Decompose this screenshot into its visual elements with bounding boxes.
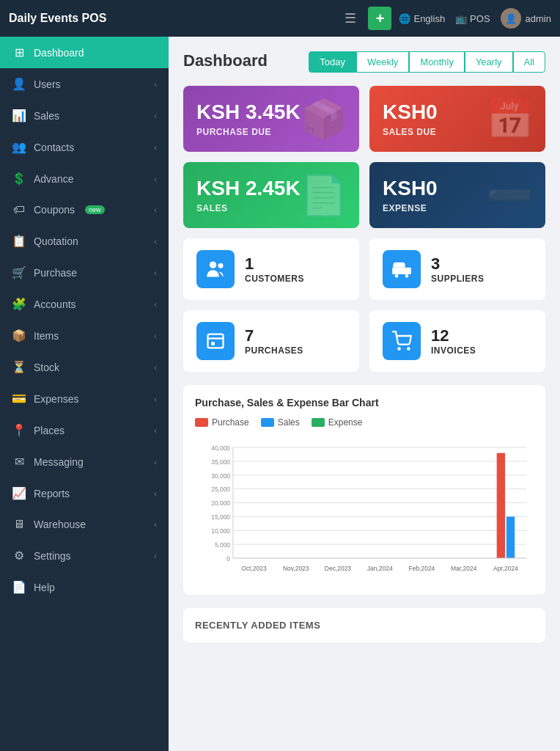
sidebar-label-purchase: Purchase: [34, 267, 77, 279]
count-card-purchases[interactable]: 7 PURCHASES: [183, 310, 359, 372]
svg-text:5,000: 5,000: [215, 541, 230, 549]
svg-point-8: [408, 348, 409, 349]
svg-text:20,000: 20,000: [211, 499, 230, 507]
chart-svg: 05,00010,00015,00020,00025,00030,00035,0…: [195, 436, 534, 583]
sidebar-label-places: Places: [34, 425, 65, 436]
stat-card-sales-due[interactable]: KSH0 SALES DUE 📅: [369, 86, 545, 152]
filter-tab-monthly[interactable]: Monthly: [409, 51, 465, 73]
chevron-icon: ‹: [154, 300, 157, 309]
topnav: Daily Events POS ☰ + 🌐 English 📺 POS 👤 a…: [0, 0, 560, 37]
svg-text:Apr,2024: Apr,2024: [493, 565, 518, 572]
chevron-icon: ‹: [154, 175, 157, 183]
sidebar-label-users: Users: [34, 78, 61, 90]
sidebar-item-accounts[interactable]: 🧩 Accounts ‹: [0, 288, 169, 320]
sidebar-item-users[interactable]: 👤 Users ‹: [0, 68, 169, 100]
chevron-icon: ‹: [154, 331, 157, 340]
svg-text:Oct,2023: Oct,2023: [241, 565, 267, 572]
svg-text:35,000: 35,000: [211, 458, 230, 466]
stat-cards: KSH 3.45K PURCHASE DUE 📦 KSH0 SALES DUE …: [183, 86, 545, 228]
count-info-purchases: 7 PURCHASES: [245, 326, 303, 356]
main-content: Dashboard TodayWeeklyMonthlyYearlyAll KS…: [169, 37, 560, 751]
purchase-icon: 🛒: [12, 265, 26, 279]
svg-rect-5: [208, 334, 224, 348]
sidebar-label-warehouse: Warehouse: [34, 519, 86, 530]
svg-text:30,000: 30,000: [211, 472, 230, 480]
sidebar-item-settings[interactable]: ⚙ Settings ‹: [0, 540, 169, 571]
chart-title: Purchase, Sales & Expense Bar Chart: [195, 397, 534, 409]
badge-new: new: [85, 205, 105, 214]
count-cards: 1 CUSTOMERS 3 SUPPLIERS 7 PURCHASES 12 I…: [183, 238, 545, 372]
sidebar-item-expenses[interactable]: 💳 Expenses ‹: [0, 383, 169, 414]
sidebar-item-purchase[interactable]: 🛒 Purchase ‹: [0, 257, 169, 288]
legend-dot-purchase: [195, 418, 208, 427]
svg-point-1: [218, 263, 224, 268]
count-card-suppliers[interactable]: 3 SUPPLIERS: [369, 238, 545, 300]
globe-icon: 🌐: [399, 13, 410, 24]
sales-icon: 📊: [12, 109, 26, 122]
count-info-customers: 1 CUSTOMERS: [245, 254, 304, 284]
avatar: 👤: [501, 8, 521, 29]
chart-area: 05,00010,00015,00020,00025,00030,00035,0…: [195, 436, 534, 583]
sidebar-item-messaging[interactable]: ✉ Messaging ‹: [0, 446, 169, 477]
filter-tabs: TodayWeeklyMonthlyYearlyAll: [309, 51, 545, 73]
sidebar-item-advance[interactable]: 💲 Advance ‹: [0, 163, 169, 194]
legend-purchase: Purchase: [195, 417, 249, 428]
recently-section: RECENTLY ADDED ITEMS: [183, 608, 545, 642]
language-selector[interactable]: 🌐 English: [399, 13, 445, 24]
sidebar-item-reports[interactable]: 📈 Reports ‹: [0, 477, 169, 509]
filter-tab-yearly[interactable]: Yearly: [465, 51, 513, 73]
filter-tab-all[interactable]: All: [513, 51, 545, 73]
sidebar-label-help: Help: [34, 582, 55, 593]
recently-title: RECENTLY ADDED ITEMS: [195, 620, 534, 631]
stat-card-sales[interactable]: KSH 2.45K SALES 📄: [183, 162, 359, 228]
sidebar: ⊞ Dashboard 👤 Users ‹ 📊 Sales ‹ 👥 Contac…: [0, 37, 169, 751]
warehouse-icon: 🖥: [12, 518, 26, 531]
chevron-icon: ‹: [154, 111, 157, 120]
legend-sales: Sales: [261, 417, 300, 428]
chevron-icon: ‹: [154, 426, 157, 435]
chart-legend: PurchaseSalesExpense: [195, 417, 534, 428]
sidebar-item-warehouse[interactable]: 🖥 Warehouse ‹: [0, 509, 169, 540]
chevron-icon: ‹: [154, 363, 157, 372]
sidebar-label-stock: Stock: [34, 362, 59, 373]
sidebar-label-contacts: Contacts: [34, 142, 74, 153]
sidebar-item-contacts[interactable]: 👥 Contacts ‹: [0, 131, 169, 163]
sidebar-item-coupons[interactable]: 🏷 Coupons new ‹: [0, 194, 169, 225]
sidebar-item-help[interactable]: 📄 Help: [0, 571, 169, 603]
stat-card-purchase-due[interactable]: KSH 3.45K PURCHASE DUE 📦: [183, 86, 359, 152]
pos-button[interactable]: 📺 POS: [455, 13, 490, 24]
svg-text:Mar,2024: Mar,2024: [451, 565, 477, 572]
sidebar-label-advance: Advance: [34, 173, 73, 185]
legend-dot-expense: [312, 418, 325, 427]
count-icon-purchases: [196, 322, 235, 360]
sidebar-label-sales: Sales: [34, 110, 59, 122]
sidebar-item-stock[interactable]: ⏳ Stock ‹: [0, 351, 169, 383]
stock-icon: ⏳: [12, 360, 26, 374]
sidebar-item-dashboard[interactable]: ⊞ Dashboard: [0, 37, 169, 68]
sidebar-item-places[interactable]: 📍 Places ‹: [0, 414, 169, 446]
filter-tab-weekly[interactable]: Weekly: [356, 51, 409, 73]
sidebar-label-accounts: Accounts: [34, 298, 76, 310]
sidebar-item-items[interactable]: 📦 Items ‹: [0, 320, 169, 351]
stat-card-expense[interactable]: KSH0 EXPENSE ➖: [369, 162, 545, 228]
sidebar-item-quotation[interactable]: 📋 Quotation ‹: [0, 225, 169, 257]
filter-tab-today[interactable]: Today: [309, 51, 356, 73]
admin-profile[interactable]: 👤 admin: [501, 8, 551, 29]
svg-rect-6: [211, 342, 215, 345]
chevron-icon: ‹: [154, 520, 157, 529]
stat-icon: 📅: [486, 97, 534, 142]
sidebar-label-dashboard: Dashboard: [34, 47, 84, 59]
count-card-customers[interactable]: 1 CUSTOMERS: [183, 238, 359, 300]
svg-rect-2: [392, 268, 411, 274]
add-button[interactable]: +: [368, 7, 391, 30]
svg-point-0: [210, 262, 216, 268]
help-icon: 📄: [12, 580, 26, 594]
count-card-invoices[interactable]: 12 INVOICES: [369, 310, 545, 372]
sidebar-item-sales[interactable]: 📊 Sales ‹: [0, 100, 169, 131]
stat-icon: 📄: [300, 173, 347, 218]
places-icon: 📍: [12, 423, 26, 437]
count-icon-customers: [196, 250, 235, 288]
messaging-icon: ✉: [12, 455, 26, 469]
bar-sales-6: [506, 516, 515, 558]
menu-button[interactable]: ☰: [340, 7, 361, 29]
